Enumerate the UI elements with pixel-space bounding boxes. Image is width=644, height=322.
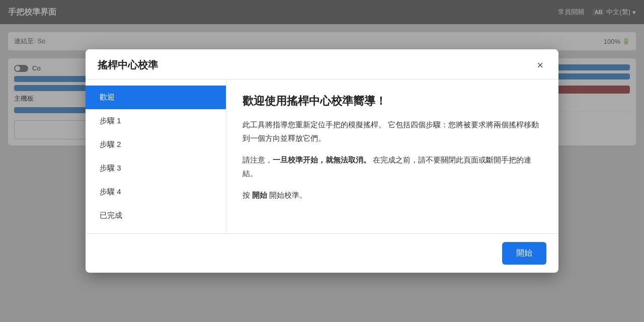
bold-start-word: 開始 [252, 191, 267, 199]
para1-text: 此工具將指導您重新定位手把的模擬搖桿。 它包括四個步驟：您將被要求將兩個搖桿移動… [243, 120, 539, 142]
modal-title: 搖桿中心校準 [98, 58, 158, 72]
modal-overlay: 搖桿中心校準 × 歡迎 步驟 1 步驟 2 步驟 3 步驟 4 [0, 0, 644, 322]
modal-content-area: 歡迎使用搖桿中心校準嚮導！ 此工具將指導您重新定位手把的模擬搖桿。 它包括四個步… [226, 79, 558, 233]
italic-text-2: 就無法取消。 [326, 155, 371, 164]
modal-header: 搖桿中心校準 × [86, 49, 558, 79]
steps-sidebar: 歡迎 步驟 1 步驟 2 步驟 3 步驟 4 已完成 [86, 79, 226, 233]
step-4[interactable]: 步驟 4 [86, 180, 226, 204]
modal-body: 歡迎 步驟 1 步驟 2 步驟 3 步驟 4 已完成 [86, 79, 558, 233]
step-1-label: 步驟 1 [100, 116, 121, 125]
step-2[interactable]: 步驟 2 [86, 133, 226, 156]
content-paragraph-3: 按 開始 開始校準。 [243, 188, 542, 202]
step-3[interactable]: 步驟 3 [86, 156, 226, 180]
step-2-label: 步驟 2 [100, 140, 121, 148]
content-paragraph-1: 此工具將指導您重新定位手把的模擬搖桿。 它包括四個步驟：您將被要求將兩個搖桿移動… [243, 118, 542, 145]
italic-text-1: 一旦校準开始， [273, 155, 326, 164]
step-done[interactable]: 已完成 [86, 204, 226, 227]
calibration-modal: 搖桿中心校準 × 歡迎 步驟 1 步驟 2 步驟 3 步驟 4 [86, 49, 558, 273]
start-calibration-button[interactable]: 開始 [502, 242, 546, 265]
modal-footer: 開始 [86, 233, 558, 273]
modal-close-button[interactable]: × [534, 59, 546, 72]
content-paragraph-2: 請注意，一旦校準开始，就無法取消。 在完成之前，請不要關閉此頁面或斷開手把的連結… [243, 153, 542, 180]
step-4-label: 步驟 4 [100, 187, 121, 196]
step-done-label: 已完成 [100, 211, 122, 219]
step-1[interactable]: 步驟 1 [86, 109, 226, 133]
step-welcome-label: 歡迎 [100, 93, 115, 101]
step-welcome[interactable]: 歡迎 [86, 86, 226, 109]
step-3-label: 步驟 3 [100, 164, 121, 172]
content-title: 歡迎使用搖桿中心校準嚮導！ [243, 94, 542, 109]
